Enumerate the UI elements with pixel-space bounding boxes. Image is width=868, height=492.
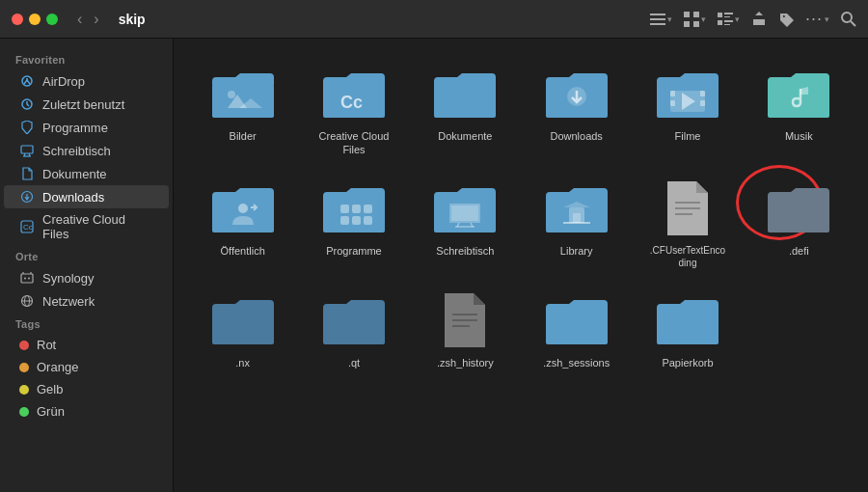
list-view-button[interactable]: ▾ <box>650 12 672 27</box>
svg-rect-52 <box>364 205 372 213</box>
file-grid: Bilder Cc Creative CloudFiles <box>189 58 853 377</box>
synology-svg <box>20 271 34 285</box>
folder-qt[interactable]: .qt <box>300 285 407 377</box>
airdrop-icon <box>19 73 35 89</box>
folder-dokumente[interactable]: Dokumente <box>412 58 519 165</box>
document-cfuser-svg <box>664 179 712 239</box>
svg-rect-45 <box>700 100 705 106</box>
nav-arrows: ‹ › <box>73 9 103 30</box>
apps-svg <box>20 121 34 134</box>
folder-oeffentlich[interactable]: Öffentlich <box>189 173 296 277</box>
svg-rect-1 <box>650 18 665 20</box>
folder-oeffentlich-label: Öffentlich <box>221 244 265 258</box>
folder-defi[interactable]: .defi <box>746 173 853 277</box>
folder-nx[interactable]: .nx <box>189 285 296 377</box>
folder-papierkorb-label: Papierkorb <box>662 356 713 369</box>
folder-programme-icon <box>319 180 389 238</box>
sidebar-item-recent[interactable]: Zuletzt benutzt <box>4 93 169 116</box>
sidebar-item-synology[interactable]: Synology <box>4 266 169 289</box>
svg-point-28 <box>24 278 26 280</box>
folder-defi-label: .defi <box>789 244 809 258</box>
sidebar-item-apps[interactable]: Programme <box>4 116 169 139</box>
svg-rect-55 <box>364 216 372 225</box>
more-chevron-icon: ▾ <box>825 14 829 24</box>
tag-dot-red <box>19 341 29 350</box>
more-button[interactable]: ··· ▾ <box>805 9 829 29</box>
sidebar-tag-orange[interactable]: Orange <box>4 356 169 378</box>
folder-filme[interactable]: Filme <box>634 58 741 165</box>
back-button[interactable]: ‹ <box>73 9 86 30</box>
svg-rect-46 <box>768 85 829 118</box>
svg-rect-8 <box>724 13 733 14</box>
svg-point-48 <box>238 204 248 213</box>
sidebar-item-downloads-label: Downloads <box>42 190 104 205</box>
folder-schreibtisch[interactable]: Schreibtisch <box>412 173 519 277</box>
close-button[interactable] <box>12 14 23 25</box>
synology-icon <box>19 270 35 286</box>
folder-musik-svg <box>764 66 833 122</box>
folder-nx-icon <box>208 292 278 350</box>
folder-programme[interactable]: Programme <box>300 173 407 277</box>
folder-downloads[interactable]: Downloads <box>523 58 630 165</box>
folder-cfuser[interactable]: .CFUserTextEncoding <box>634 173 741 277</box>
folder-zsh-sessions-label: .zsh_sessions <box>543 356 610 369</box>
svg-point-16 <box>26 78 28 80</box>
tag-dot-orange <box>19 363 29 372</box>
sidebar-item-network[interactable]: Netzwerk <box>4 289 169 313</box>
recent-icon <box>19 96 35 112</box>
svg-rect-0 <box>650 14 665 15</box>
main-layout: Favoriten AirDrop Zuletzt benutzt <box>0 39 868 492</box>
sidebar-item-docs[interactable]: Dokumente <box>4 162 169 185</box>
svg-rect-4 <box>693 12 699 17</box>
svg-rect-68 <box>212 312 274 344</box>
folder-library[interactable]: Library <box>523 173 630 277</box>
folder-papierkorb[interactable]: Papierkorb <box>634 285 741 377</box>
ccfiles-svg: Cc <box>20 220 34 233</box>
group-icon <box>718 12 733 27</box>
more-icon: ··· <box>805 9 823 29</box>
sidebar-item-desktop[interactable]: Schreibtisch <box>4 139 169 162</box>
folder-zsh-history-label: .zsh_history <box>437 356 494 369</box>
sidebar-tag-rot-label: Rot <box>37 338 56 352</box>
svg-rect-5 <box>684 21 690 27</box>
svg-rect-73 <box>546 312 608 344</box>
svg-rect-25 <box>21 274 33 283</box>
sidebar-tag-gruen[interactable]: Grün <box>4 400 169 423</box>
folder-musik[interactable]: Musik <box>746 58 853 165</box>
window-title: skip <box>119 12 146 27</box>
share-button[interactable] <box>751 12 767 27</box>
tag-button[interactable] <box>778 12 794 27</box>
folder-filme-icon <box>653 66 722 123</box>
svg-rect-9 <box>724 16 730 17</box>
folder-cfuser-label: .CFUserTextEncoding <box>650 244 725 269</box>
svg-rect-3 <box>684 12 690 17</box>
forward-button[interactable]: › <box>90 9 102 30</box>
docs-svg <box>21 167 33 180</box>
folder-library-svg <box>542 180 611 236</box>
group-button[interactable]: ▾ <box>718 12 740 27</box>
network-icon <box>19 293 35 309</box>
minimize-button[interactable] <box>29 14 41 25</box>
maximize-button[interactable] <box>46 14 58 25</box>
grid-view-button[interactable]: ▾ <box>684 12 706 27</box>
folder-zsh-sessions[interactable]: .zsh_sessions <box>523 285 630 377</box>
folder-ccfiles[interactable]: Cc Creative CloudFiles <box>300 58 407 165</box>
folder-downloads-icon <box>542 66 611 123</box>
sidebar-item-downloads[interactable]: Downloads <box>4 185 169 208</box>
folder-zsh-history[interactable]: .zsh_history <box>412 285 519 377</box>
folder-bilder[interactable]: Bilder <box>189 58 296 165</box>
svg-rect-54 <box>352 216 361 225</box>
sidebar-item-airdrop[interactable]: AirDrop <box>4 69 169 93</box>
sidebar-tag-gelb-label: Gelb <box>37 382 63 396</box>
sidebar-tag-rot[interactable]: Rot <box>4 334 169 356</box>
search-button[interactable] <box>841 12 856 27</box>
svg-line-14 <box>851 21 855 26</box>
sidebar-item-ccfiles[interactable]: Cc Creative Cloud Files <box>4 208 169 245</box>
folder-bilder-icon <box>208 66 278 123</box>
folder-qt-icon <box>319 292 389 350</box>
titlebar: ‹ › skip ▾ ▾ ▾ <box>0 0 868 39</box>
list-view-icon <box>650 12 665 27</box>
sidebar-item-ccfiles-label: Creative Cloud Files <box>42 212 153 241</box>
svg-text:Cc: Cc <box>23 223 33 232</box>
sidebar-tag-gelb[interactable]: Gelb <box>4 378 169 400</box>
